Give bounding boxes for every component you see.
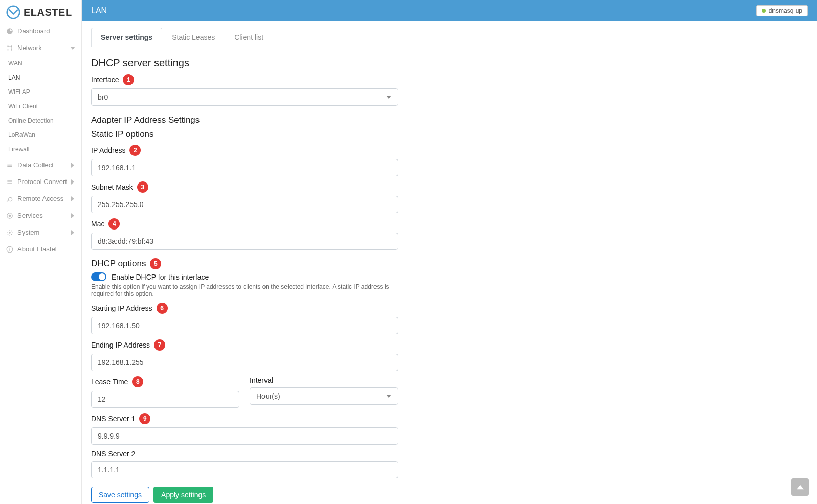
- svg-point-0: [7, 6, 20, 19]
- annotation-badge-3: 3: [137, 181, 148, 193]
- svg-rect-6: [7, 181, 12, 182]
- dhcp-toggle-label: Enable DHCP for this interface: [112, 273, 209, 281]
- static-ip-heading: Static IP options: [91, 129, 398, 140]
- services-icon: [6, 212, 13, 219]
- chevron-up-icon: [797, 484, 804, 491]
- annotation-badge-2: 2: [129, 145, 141, 156]
- nav-system-label: System: [17, 228, 39, 236]
- chevron-right-icon: [70, 196, 75, 201]
- content: Server settings Static Leases Client lis…: [82, 21, 817, 504]
- svg-rect-7: [7, 183, 12, 184]
- system-icon: [6, 229, 13, 236]
- chevron-right-icon: [70, 179, 75, 185]
- chevron-right-icon: [70, 213, 75, 218]
- annotation-badge-5: 5: [150, 258, 161, 269]
- nav-sub-online-detection[interactable]: Online Detection: [8, 113, 81, 128]
- nav-protocol-convert-label: Protocol Convert: [17, 178, 67, 186]
- nav-sub-wan[interactable]: WAN: [8, 56, 81, 71]
- annotation-badge-6: 6: [157, 303, 168, 314]
- nav-protocol-convert[interactable]: Protocol Convert: [0, 173, 81, 190]
- annotation-badge-4: 4: [108, 218, 120, 230]
- chevron-right-icon: [70, 230, 75, 235]
- tab-client-list[interactable]: Client list: [225, 28, 273, 47]
- nav-sub-lan[interactable]: LAN: [8, 71, 81, 85]
- nav-remote-access-label: Remote Access: [17, 195, 63, 202]
- subnet-mask-input[interactable]: [91, 196, 398, 213]
- nav-system[interactable]: System: [0, 224, 81, 241]
- form-actions: Save settings Apply settings: [91, 487, 398, 503]
- annotation-badge-9: 9: [139, 413, 150, 424]
- lease-label-row: Lease Time 8: [91, 376, 239, 387]
- nav-sub-wifi-client[interactable]: WiFi Client: [8, 99, 81, 113]
- ending-ip-input[interactable]: [91, 354, 398, 371]
- main-area: LAN dnsmasq up Server settings Static Le…: [82, 0, 817, 504]
- ip-address-label: IP Address: [91, 146, 125, 154]
- mac-label-row: Mac 4: [91, 218, 398, 230]
- interface-label-row: Interface 1: [91, 74, 398, 85]
- mac-label: Mac: [91, 220, 104, 228]
- nav-remote-access[interactable]: Remote Access: [0, 190, 81, 207]
- elastel-logo-icon: [6, 5, 20, 19]
- nav-network-submenu: WAN LAN WiFi AP WiFi Client Online Detec…: [0, 56, 81, 156]
- status-dot-icon: [762, 9, 766, 13]
- mac-input[interactable]: [91, 233, 398, 250]
- chevron-right-icon: [70, 163, 75, 168]
- topbar: LAN dnsmasq up: [82, 0, 817, 21]
- nav-dashboard-label: Dashboard: [17, 27, 50, 35]
- form-area: DHCP server settings Interface 1 br0 Ada…: [91, 47, 398, 503]
- ending-ip-label: Ending IP Address: [91, 341, 150, 349]
- lease-time-label: Lease Time: [91, 378, 128, 386]
- nav-network-label: Network: [17, 44, 42, 52]
- brand-name: ELASTEL: [24, 7, 72, 18]
- svg-rect-5: [7, 180, 12, 180]
- dhcp-options-heading: DHCP options: [91, 259, 146, 269]
- start-ip-label-row: Starting IP Address 6: [91, 303, 398, 314]
- dns2-input[interactable]: [91, 461, 398, 478]
- sidebar: ELASTEL Dashboard Network WAN LAN WiFi A…: [0, 0, 82, 504]
- starting-ip-input[interactable]: [91, 317, 398, 334]
- svg-point-12: [9, 247, 10, 248]
- tabs: Server settings Static Leases Client lis…: [91, 28, 808, 47]
- nav-network[interactable]: Network: [0, 39, 81, 56]
- dns2-label: DNS Server 2: [91, 450, 135, 458]
- nav-data-collect-label: Data Collect: [17, 161, 54, 169]
- starting-ip-label: Starting IP Address: [91, 304, 152, 312]
- nav-about-label: About Elastel: [17, 245, 57, 253]
- nav-about[interactable]: About Elastel: [0, 241, 81, 258]
- nav-sub-lorawan[interactable]: LoRaWan: [8, 128, 81, 142]
- end-ip-label-row: Ending IP Address 7: [91, 339, 398, 351]
- save-settings-button[interactable]: Save settings: [91, 487, 149, 503]
- lease-time-input[interactable]: [91, 391, 239, 408]
- dhcp-server-heading: DHCP server settings: [91, 57, 398, 69]
- nav-data-collect[interactable]: Data Collect: [0, 156, 81, 173]
- network-icon: [6, 44, 13, 52]
- info-icon: [6, 246, 13, 253]
- scroll-to-top-button[interactable]: [791, 478, 809, 496]
- dhcp-enable-toggle[interactable]: [91, 272, 106, 281]
- interface-select[interactable]: br0: [91, 88, 398, 106]
- nav-services[interactable]: Services: [0, 207, 81, 224]
- status-badge: dnsmasq up: [756, 5, 808, 16]
- svg-point-8: [9, 214, 11, 217]
- interval-label-row: Interval: [250, 376, 398, 384]
- interval-select[interactable]: Hour(s): [250, 387, 398, 405]
- apply-settings-button[interactable]: Apply settings: [153, 487, 213, 503]
- ip-address-input[interactable]: [91, 159, 398, 176]
- dns1-input[interactable]: [91, 427, 398, 445]
- dns1-label: DNS Server 1: [91, 415, 135, 423]
- adapter-heading: Adapter IP Address Settings: [91, 115, 398, 125]
- tab-server-settings[interactable]: Server settings: [91, 28, 162, 47]
- tab-static-leases[interactable]: Static Leases: [162, 28, 225, 47]
- nav-sub-firewall[interactable]: Firewall: [8, 142, 81, 156]
- dhcp-toggle-row: Enable DHCP for this interface: [91, 272, 398, 281]
- status-text: dnsmasq up: [769, 7, 802, 14]
- dhcp-heading-row: DHCP options 5: [91, 258, 398, 269]
- dns1-label-row: DNS Server 1 9: [91, 413, 398, 424]
- nav-sub-wifi-ap[interactable]: WiFi AP: [8, 85, 81, 99]
- nav-dashboard[interactable]: Dashboard: [0, 22, 81, 39]
- annotation-badge-7: 7: [154, 339, 165, 351]
- subnet-label-row: Subnet Mask 3: [91, 181, 398, 193]
- page-title: LAN: [91, 6, 107, 15]
- remote-access-icon: [6, 195, 13, 202]
- svg-rect-13: [9, 249, 10, 251]
